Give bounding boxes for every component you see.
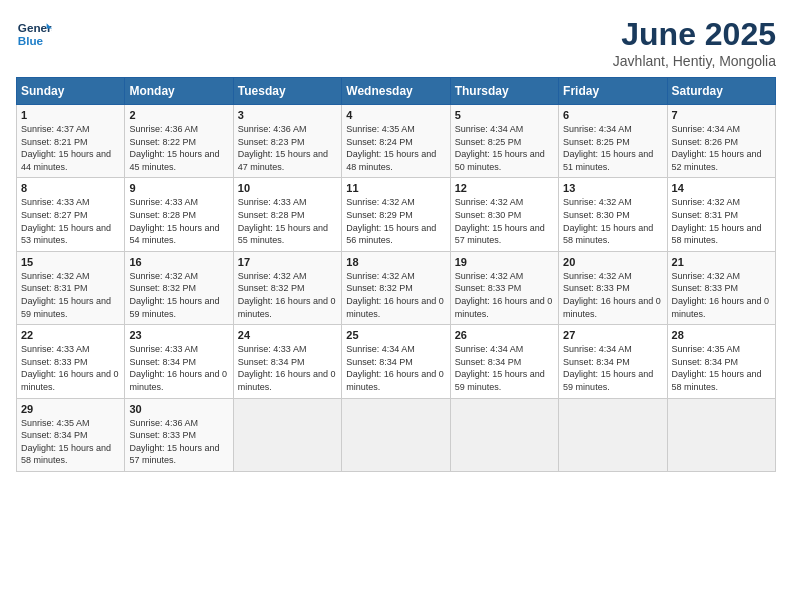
day-number: 3	[238, 109, 337, 121]
day-number: 21	[672, 256, 771, 268]
day-info: Sunrise: 4:34 AMSunset: 8:25 PMDaylight:…	[455, 123, 554, 173]
day-number: 8	[21, 182, 120, 194]
day-info: Sunrise: 4:32 AMSunset: 8:30 PMDaylight:…	[455, 196, 554, 246]
logo-icon: General Blue	[16, 16, 52, 52]
calendar-cell: 13Sunrise: 4:32 AMSunset: 8:30 PMDayligh…	[559, 178, 667, 251]
calendar-week-row: 1Sunrise: 4:37 AMSunset: 8:21 PMDaylight…	[17, 105, 776, 178]
day-number: 2	[129, 109, 228, 121]
calendar-cell: 17Sunrise: 4:32 AMSunset: 8:32 PMDayligh…	[233, 251, 341, 324]
day-info: Sunrise: 4:32 AMSunset: 8:33 PMDaylight:…	[672, 270, 771, 320]
calendar-cell: 26Sunrise: 4:34 AMSunset: 8:34 PMDayligh…	[450, 325, 558, 398]
calendar-cell: 27Sunrise: 4:34 AMSunset: 8:34 PMDayligh…	[559, 325, 667, 398]
day-number: 13	[563, 182, 662, 194]
day-info: Sunrise: 4:33 AMSunset: 8:28 PMDaylight:…	[238, 196, 337, 246]
day-header-thursday: Thursday	[450, 78, 558, 105]
calendar-cell: 20Sunrise: 4:32 AMSunset: 8:33 PMDayligh…	[559, 251, 667, 324]
calendar-cell: 15Sunrise: 4:32 AMSunset: 8:31 PMDayligh…	[17, 251, 125, 324]
calendar-cell	[450, 398, 558, 471]
day-info: Sunrise: 4:36 AMSunset: 8:33 PMDaylight:…	[129, 417, 228, 467]
day-header-friday: Friday	[559, 78, 667, 105]
day-info: Sunrise: 4:34 AMSunset: 8:34 PMDaylight:…	[455, 343, 554, 393]
calendar-cell: 25Sunrise: 4:34 AMSunset: 8:34 PMDayligh…	[342, 325, 450, 398]
day-number: 28	[672, 329, 771, 341]
day-number: 30	[129, 403, 228, 415]
calendar-week-row: 8Sunrise: 4:33 AMSunset: 8:27 PMDaylight…	[17, 178, 776, 251]
title-area: June 2025 Javhlant, Hentiy, Mongolia	[613, 16, 776, 69]
day-info: Sunrise: 4:33 AMSunset: 8:28 PMDaylight:…	[129, 196, 228, 246]
calendar-week-row: 22Sunrise: 4:33 AMSunset: 8:33 PMDayligh…	[17, 325, 776, 398]
day-number: 7	[672, 109, 771, 121]
day-info: Sunrise: 4:34 AMSunset: 8:26 PMDaylight:…	[672, 123, 771, 173]
day-header-wednesday: Wednesday	[342, 78, 450, 105]
calendar-cell: 21Sunrise: 4:32 AMSunset: 8:33 PMDayligh…	[667, 251, 775, 324]
day-info: Sunrise: 4:32 AMSunset: 8:31 PMDaylight:…	[21, 270, 120, 320]
calendar-cell: 12Sunrise: 4:32 AMSunset: 8:30 PMDayligh…	[450, 178, 558, 251]
day-number: 14	[672, 182, 771, 194]
day-number: 17	[238, 256, 337, 268]
day-header-saturday: Saturday	[667, 78, 775, 105]
calendar-cell: 16Sunrise: 4:32 AMSunset: 8:32 PMDayligh…	[125, 251, 233, 324]
calendar-cell	[559, 398, 667, 471]
logo: General Blue	[16, 16, 52, 52]
day-info: Sunrise: 4:34 AMSunset: 8:25 PMDaylight:…	[563, 123, 662, 173]
day-info: Sunrise: 4:35 AMSunset: 8:34 PMDaylight:…	[672, 343, 771, 393]
calendar-week-row: 29Sunrise: 4:35 AMSunset: 8:34 PMDayligh…	[17, 398, 776, 471]
calendar-header-row: SundayMondayTuesdayWednesdayThursdayFrid…	[17, 78, 776, 105]
day-info: Sunrise: 4:33 AMSunset: 8:27 PMDaylight:…	[21, 196, 120, 246]
day-info: Sunrise: 4:34 AMSunset: 8:34 PMDaylight:…	[346, 343, 445, 393]
day-info: Sunrise: 4:32 AMSunset: 8:30 PMDaylight:…	[563, 196, 662, 246]
calendar-cell: 29Sunrise: 4:35 AMSunset: 8:34 PMDayligh…	[17, 398, 125, 471]
day-info: Sunrise: 4:32 AMSunset: 8:32 PMDaylight:…	[129, 270, 228, 320]
day-number: 15	[21, 256, 120, 268]
calendar-cell: 19Sunrise: 4:32 AMSunset: 8:33 PMDayligh…	[450, 251, 558, 324]
day-info: Sunrise: 4:34 AMSunset: 8:34 PMDaylight:…	[563, 343, 662, 393]
day-info: Sunrise: 4:33 AMSunset: 8:34 PMDaylight:…	[129, 343, 228, 393]
day-header-sunday: Sunday	[17, 78, 125, 105]
calendar-cell	[342, 398, 450, 471]
day-info: Sunrise: 4:32 AMSunset: 8:32 PMDaylight:…	[238, 270, 337, 320]
day-info: Sunrise: 4:32 AMSunset: 8:33 PMDaylight:…	[455, 270, 554, 320]
day-number: 20	[563, 256, 662, 268]
day-number: 24	[238, 329, 337, 341]
day-info: Sunrise: 4:36 AMSunset: 8:22 PMDaylight:…	[129, 123, 228, 173]
calendar-cell: 18Sunrise: 4:32 AMSunset: 8:32 PMDayligh…	[342, 251, 450, 324]
day-number: 9	[129, 182, 228, 194]
day-info: Sunrise: 4:37 AMSunset: 8:21 PMDaylight:…	[21, 123, 120, 173]
day-number: 23	[129, 329, 228, 341]
day-info: Sunrise: 4:32 AMSunset: 8:29 PMDaylight:…	[346, 196, 445, 246]
day-number: 11	[346, 182, 445, 194]
day-info: Sunrise: 4:35 AMSunset: 8:34 PMDaylight:…	[21, 417, 120, 467]
calendar-cell: 8Sunrise: 4:33 AMSunset: 8:27 PMDaylight…	[17, 178, 125, 251]
day-number: 27	[563, 329, 662, 341]
day-number: 19	[455, 256, 554, 268]
calendar-cell: 11Sunrise: 4:32 AMSunset: 8:29 PMDayligh…	[342, 178, 450, 251]
calendar-cell: 28Sunrise: 4:35 AMSunset: 8:34 PMDayligh…	[667, 325, 775, 398]
day-number: 29	[21, 403, 120, 415]
day-number: 16	[129, 256, 228, 268]
day-number: 18	[346, 256, 445, 268]
calendar-cell: 22Sunrise: 4:33 AMSunset: 8:33 PMDayligh…	[17, 325, 125, 398]
calendar-cell: 14Sunrise: 4:32 AMSunset: 8:31 PMDayligh…	[667, 178, 775, 251]
day-number: 25	[346, 329, 445, 341]
day-info: Sunrise: 4:35 AMSunset: 8:24 PMDaylight:…	[346, 123, 445, 173]
calendar-cell: 30Sunrise: 4:36 AMSunset: 8:33 PMDayligh…	[125, 398, 233, 471]
calendar-cell: 10Sunrise: 4:33 AMSunset: 8:28 PMDayligh…	[233, 178, 341, 251]
calendar-week-row: 15Sunrise: 4:32 AMSunset: 8:31 PMDayligh…	[17, 251, 776, 324]
calendar-subtitle: Javhlant, Hentiy, Mongolia	[613, 53, 776, 69]
calendar-cell: 2Sunrise: 4:36 AMSunset: 8:22 PMDaylight…	[125, 105, 233, 178]
day-number: 22	[21, 329, 120, 341]
calendar-cell: 9Sunrise: 4:33 AMSunset: 8:28 PMDaylight…	[125, 178, 233, 251]
day-header-monday: Monday	[125, 78, 233, 105]
day-number: 12	[455, 182, 554, 194]
day-number: 6	[563, 109, 662, 121]
calendar-cell: 6Sunrise: 4:34 AMSunset: 8:25 PMDaylight…	[559, 105, 667, 178]
calendar-cell: 1Sunrise: 4:37 AMSunset: 8:21 PMDaylight…	[17, 105, 125, 178]
calendar-cell: 4Sunrise: 4:35 AMSunset: 8:24 PMDaylight…	[342, 105, 450, 178]
calendar-cell: 5Sunrise: 4:34 AMSunset: 8:25 PMDaylight…	[450, 105, 558, 178]
day-number: 5	[455, 109, 554, 121]
day-info: Sunrise: 4:32 AMSunset: 8:31 PMDaylight:…	[672, 196, 771, 246]
day-number: 1	[21, 109, 120, 121]
day-info: Sunrise: 4:33 AMSunset: 8:33 PMDaylight:…	[21, 343, 120, 393]
calendar-cell: 7Sunrise: 4:34 AMSunset: 8:26 PMDaylight…	[667, 105, 775, 178]
day-header-tuesday: Tuesday	[233, 78, 341, 105]
